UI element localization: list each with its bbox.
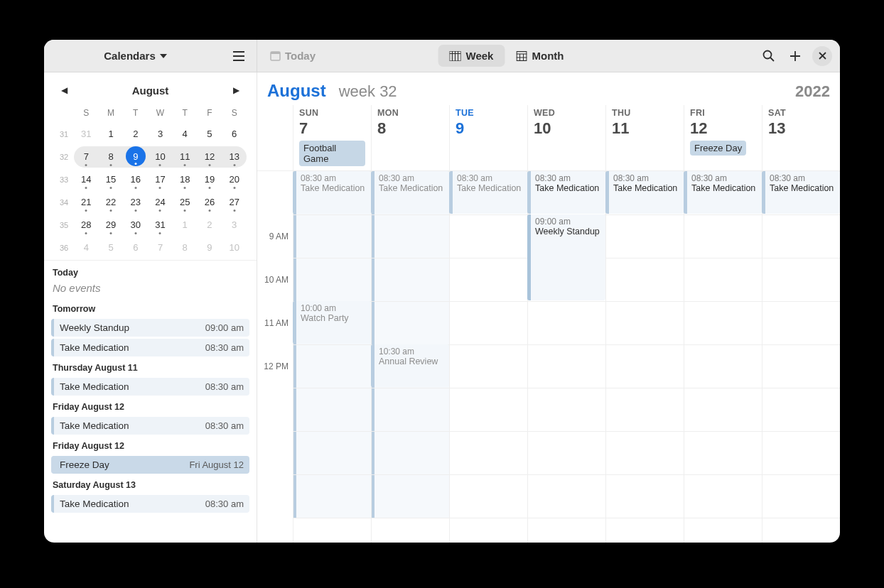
time-slot[interactable] <box>684 258 762 301</box>
time-grid[interactable]: 9 AM10 AM11 AM12 PM08:30 amTake Medicati… <box>257 171 840 543</box>
time-slot[interactable] <box>605 474 684 518</box>
time-slot[interactable] <box>762 518 840 543</box>
time-slot[interactable] <box>293 431 371 474</box>
day-header[interactable]: FRI12Freeze Day <box>684 105 762 170</box>
agenda-item[interactable]: Take Medication08:30 am <box>51 417 249 435</box>
time-slot[interactable] <box>605 214 684 258</box>
agenda-item[interactable]: Weekly Standup09:00 am <box>51 319 249 337</box>
search-button[interactable] <box>756 44 780 68</box>
mini-day[interactable]: 25 <box>173 192 198 213</box>
time-slot[interactable] <box>684 518 762 543</box>
time-slot[interactable] <box>371 431 449 474</box>
mini-day[interactable]: 7 <box>74 146 99 168</box>
mini-day[interactable]: 3 <box>148 124 173 145</box>
mini-day[interactable]: 21 <box>74 192 99 213</box>
time-slot[interactable] <box>293 474 371 518</box>
mini-day[interactable]: 7 <box>148 237 173 258</box>
time-slot[interactable] <box>371 388 449 431</box>
time-slot[interactable] <box>684 301 762 344</box>
mini-day[interactable]: 9 <box>198 237 222 258</box>
time-slot[interactable] <box>371 258 449 301</box>
mini-day[interactable]: 4 <box>74 237 99 258</box>
agenda-list[interactable]: TodayNo eventsTomorrowWeekly Standup09:0… <box>44 260 257 543</box>
time-slot[interactable] <box>371 518 449 543</box>
time-slot[interactable] <box>605 388 684 431</box>
time-slot[interactable] <box>449 388 527 431</box>
time-slot[interactable] <box>762 431 840 474</box>
mini-day[interactable]: 9 <box>126 146 146 166</box>
agenda-item[interactable]: Take Medication08:30 am <box>51 495 249 513</box>
calendar-event[interactable]: 10:30 amAnnual Review <box>371 344 449 387</box>
mini-day[interactable]: 6 <box>222 124 247 145</box>
mini-day[interactable]: 14 <box>74 169 99 190</box>
mini-day[interactable]: 17 <box>148 169 173 190</box>
mini-day[interactable]: 31 <box>74 124 99 145</box>
calendar-event[interactable]: 08:30 amTake Medication <box>527 171 605 214</box>
mini-day[interactable]: 5 <box>99 237 124 258</box>
mini-day[interactable]: 18 <box>173 169 198 190</box>
day-header[interactable]: WED10 <box>527 105 605 170</box>
mini-day[interactable]: 8 <box>173 237 198 258</box>
month-view-tab[interactable]: Month <box>505 45 575 67</box>
mini-day[interactable]: 2 <box>123 124 148 145</box>
mini-day[interactable]: 31 <box>148 214 173 236</box>
time-slot[interactable] <box>605 518 684 543</box>
mini-day[interactable]: 15 <box>99 169 124 190</box>
day-header[interactable]: TUE9 <box>449 105 527 170</box>
calendar-event[interactable]: 10:00 amWatch Party <box>293 301 371 344</box>
mini-day[interactable]: 8 <box>99 146 124 168</box>
mini-day[interactable]: 23 <box>123 192 148 213</box>
time-slot[interactable] <box>371 474 449 518</box>
time-slot[interactable] <box>605 344 684 388</box>
next-month-button[interactable]: ▶ <box>230 82 242 98</box>
hamburger-menu-button[interactable] <box>227 44 251 68</box>
mini-day[interactable]: 29 <box>99 214 124 236</box>
agenda-item[interactable]: Freeze DayFri August 12 <box>51 456 249 474</box>
mini-day[interactable]: 20 <box>222 169 247 190</box>
day-header[interactable]: SAT13 <box>762 105 840 170</box>
mini-day[interactable]: 1 <box>99 124 124 145</box>
time-slot[interactable] <box>293 344 371 388</box>
day-header[interactable]: SUN7Football Game <box>293 105 371 170</box>
mini-day[interactable]: 10 <box>222 237 247 258</box>
today-button[interactable]: Today <box>263 45 323 66</box>
time-slot[interactable] <box>684 388 762 431</box>
time-slot[interactable] <box>527 474 605 518</box>
calendar-event[interactable]: 09:00 amWeekly Standup <box>527 214 605 300</box>
mini-day[interactable]: 6 <box>123 237 148 258</box>
time-slot[interactable] <box>371 301 449 344</box>
calendar-event[interactable]: 08:30 amTake Medication <box>293 171 371 214</box>
time-slot[interactable] <box>449 431 527 474</box>
time-slot[interactable] <box>762 214 840 258</box>
mini-day[interactable]: 19 <box>198 169 222 190</box>
time-slot[interactable] <box>762 474 840 518</box>
time-slot[interactable] <box>527 301 605 344</box>
mini-day[interactable]: 13 <box>222 146 247 168</box>
mini-day[interactable]: 30 <box>123 214 148 236</box>
time-slot[interactable] <box>293 258 371 301</box>
mini-day[interactable]: 5 <box>198 124 222 145</box>
agenda-item[interactable]: Take Medication08:30 am <box>51 339 249 356</box>
calendar-event[interactable]: 08:30 amTake Medication <box>449 171 527 214</box>
calendars-dropdown[interactable]: Calendars <box>44 40 227 72</box>
time-slot[interactable] <box>293 388 371 431</box>
allday-event[interactable]: Freeze Day <box>690 141 746 156</box>
time-slot[interactable] <box>449 518 527 543</box>
calendar-event[interactable]: 08:30 amTake Medication <box>762 171 840 214</box>
add-event-button[interactable] <box>783 44 807 68</box>
close-window-button[interactable] <box>810 44 834 68</box>
mini-day[interactable]: 22 <box>99 192 124 213</box>
prev-month-button[interactable]: ◀ <box>58 82 70 98</box>
time-slot[interactable] <box>605 301 684 344</box>
mini-day[interactable]: 26 <box>198 192 222 213</box>
time-slot[interactable] <box>371 214 449 258</box>
time-slot[interactable] <box>684 474 762 518</box>
day-header[interactable]: MON8 <box>371 105 449 170</box>
time-slot[interactable] <box>605 258 684 301</box>
time-slot[interactable] <box>449 301 527 344</box>
mini-day[interactable]: 2 <box>198 214 222 236</box>
calendar-event[interactable]: 08:30 amTake Medication <box>371 171 449 214</box>
time-slot[interactable] <box>684 344 762 388</box>
allday-event[interactable]: Football Game <box>299 141 365 166</box>
time-slot[interactable] <box>527 431 605 474</box>
